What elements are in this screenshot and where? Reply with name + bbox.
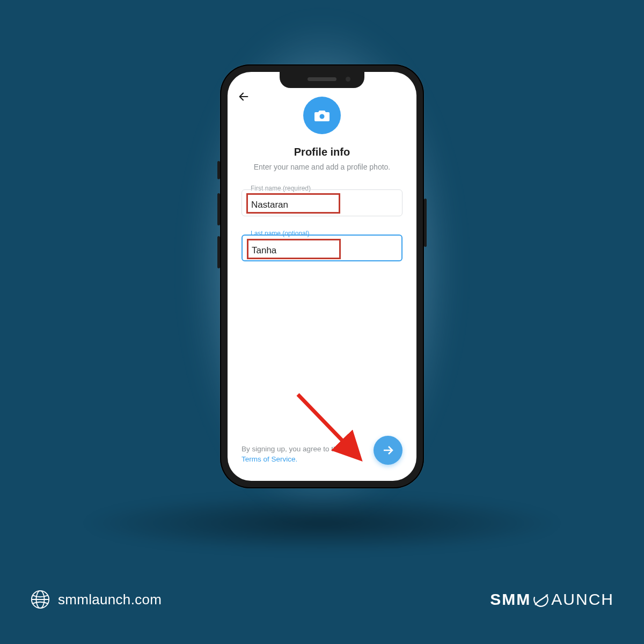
phone-side-button — [217, 236, 220, 268]
phone-frame: Profile info Enter your name and add a p… — [220, 64, 424, 488]
arrow-right-icon — [382, 444, 394, 457]
terms-text: By signing up, you agree to the Terms of… — [241, 444, 343, 465]
brand-left: SMM — [490, 590, 531, 609]
add-photo-button[interactable] — [303, 97, 341, 134]
site-url-text: smmlaunch.com — [58, 591, 162, 608]
phone-side-button — [217, 161, 220, 179]
last-name-input[interactable]: Tanha — [247, 239, 341, 259]
page-title: Profile info — [237, 146, 407, 158]
brand-swoosh-icon — [532, 590, 550, 609]
first-name-field: First name (required) Nastaran — [241, 189, 402, 216]
page-subtitle: Enter your name and add a profile photo. — [237, 163, 407, 171]
phone-reflection — [80, 494, 564, 553]
phone-side-button — [217, 193, 220, 225]
first-name-input[interactable]: Nastaran — [246, 193, 340, 214]
arrow-left-icon — [238, 91, 250, 103]
phone-screen: Profile info Enter your name and add a p… — [228, 72, 416, 481]
continue-button[interactable] — [374, 436, 402, 465]
camera-add-icon — [313, 108, 331, 123]
terms-link[interactable]: Terms of Service. — [241, 455, 297, 463]
brand-right: AUNCH — [551, 590, 614, 609]
screen-content: Profile info Enter your name and add a p… — [228, 72, 416, 481]
last-name-field: Last name (optional) Tanha — [241, 235, 402, 261]
brand-logo: SMM AUNCH — [490, 590, 614, 609]
globe-icon — [30, 589, 50, 610]
screen-footer: By signing up, you agree to the Terms of… — [237, 431, 407, 471]
phone-side-button — [424, 199, 427, 247]
site-url-block: smmlaunch.com — [30, 589, 162, 610]
bottom-bar: smmlaunch.com SMM AUNCH — [0, 569, 644, 644]
back-button[interactable] — [236, 89, 251, 104]
terms-pre: By signing up, you agree to the — [241, 445, 341, 453]
